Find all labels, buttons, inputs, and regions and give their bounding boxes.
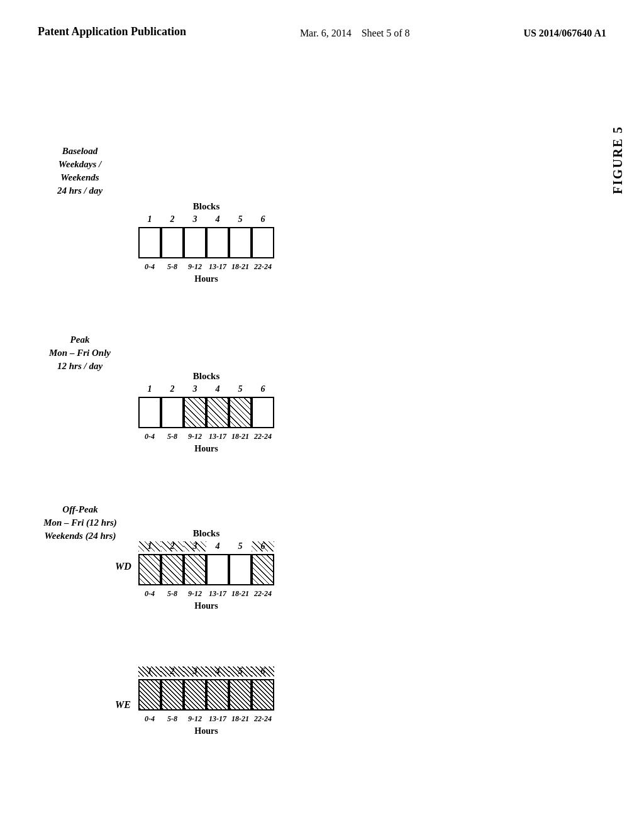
block-cell-1 xyxy=(138,227,161,258)
figure-label: FIGURE 5 xyxy=(611,126,625,194)
offpeak-wd-block-1 xyxy=(138,554,161,585)
wd-label: WD xyxy=(115,561,131,572)
block-cell-2 xyxy=(161,227,184,258)
offpeak-we-block-4 xyxy=(206,679,229,711)
header-left: Patent Application Publication xyxy=(38,25,186,38)
page-header: Patent Application Publication Mar. 6, 2… xyxy=(0,0,644,39)
offpeak-wd-hour-labels: 0-4 5-8 9-12 13-17 18-21 22-24 xyxy=(138,589,274,599)
offpeak-we-block-cells xyxy=(138,679,274,711)
peak-block-5 xyxy=(229,397,252,428)
peak-block-1 xyxy=(138,397,161,428)
offpeak-we-diagram: 1 2 3 4 5 6 0-4 5-8 9-12 13-17 18-21 22-… xyxy=(138,667,274,736)
offpeak-wd-block-numbers: 1 2 3 4 5 6 xyxy=(138,541,274,554)
peak-hour-labels: 0-4 5-8 9-12 13-17 18-21 22-24 xyxy=(138,432,274,441)
baseload-block-cells xyxy=(138,227,274,258)
offpeak-section-label: Off-PeakMon – Fri (12 hrs)Weekends (24 h… xyxy=(35,503,126,543)
peak-section-label: PeakMon – Fri Only12 hrs / day xyxy=(39,333,121,373)
block-cell-6 xyxy=(252,227,274,258)
block-cell-5 xyxy=(229,227,252,258)
offpeak-wd-diagram: Blocks 1 2 3 4 5 6 0-4 5-8 9-12 13-17 18… xyxy=(138,528,274,611)
baseload-section-label: BaseloadWeekdays / Weekends24 hrs / day xyxy=(39,145,121,197)
offpeak-we-hour-labels: 0-4 5-8 9-12 13-17 18-21 22-24 xyxy=(138,714,274,724)
header-center: Mar. 6, 2014 Sheet 5 of 8 xyxy=(300,28,410,39)
offpeak-we-block-numbers: 1 2 3 4 5 6 xyxy=(138,667,274,679)
offpeak-wd-block-2 xyxy=(161,554,184,585)
offpeak-wd-block-5 xyxy=(229,554,252,585)
offpeak-wd-block-cells xyxy=(138,554,274,585)
peak-block-2 xyxy=(161,397,184,428)
block-cell-3 xyxy=(184,227,206,258)
we-label: WE xyxy=(115,699,131,711)
peak-block-numbers: 1 2 3 4 5 6 xyxy=(138,384,274,397)
offpeak-we-block-5 xyxy=(229,679,252,711)
peak-block-3 xyxy=(184,397,206,428)
offpeak-we-block-3 xyxy=(184,679,206,711)
header-right: US 2014/067640 A1 xyxy=(523,28,606,39)
offpeak-we-block-6 xyxy=(252,679,274,711)
offpeak-we-block-2 xyxy=(161,679,184,711)
peak-diagram: Blocks 1 2 3 4 5 6 0-4 5-8 9-12 13-17 18… xyxy=(138,371,274,454)
baseload-hour-labels: 0-4 5-8 9-12 13-17 18-21 22-24 xyxy=(138,262,274,272)
offpeak-wd-block-6 xyxy=(252,554,274,585)
offpeak-wd-block-4 xyxy=(206,554,229,585)
baseload-block-numbers: 1 2 3 4 5 6 xyxy=(138,214,274,227)
offpeak-wd-block-3 xyxy=(184,554,206,585)
peak-block-6 xyxy=(252,397,274,428)
offpeak-we-block-1 xyxy=(138,679,161,711)
peak-block-4 xyxy=(206,397,229,428)
peak-block-cells xyxy=(138,397,274,428)
block-cell-4 xyxy=(206,227,229,258)
baseload-diagram: Blocks 1 2 3 4 5 6 0-4 5-8 9-12 13-17 18… xyxy=(138,201,274,284)
